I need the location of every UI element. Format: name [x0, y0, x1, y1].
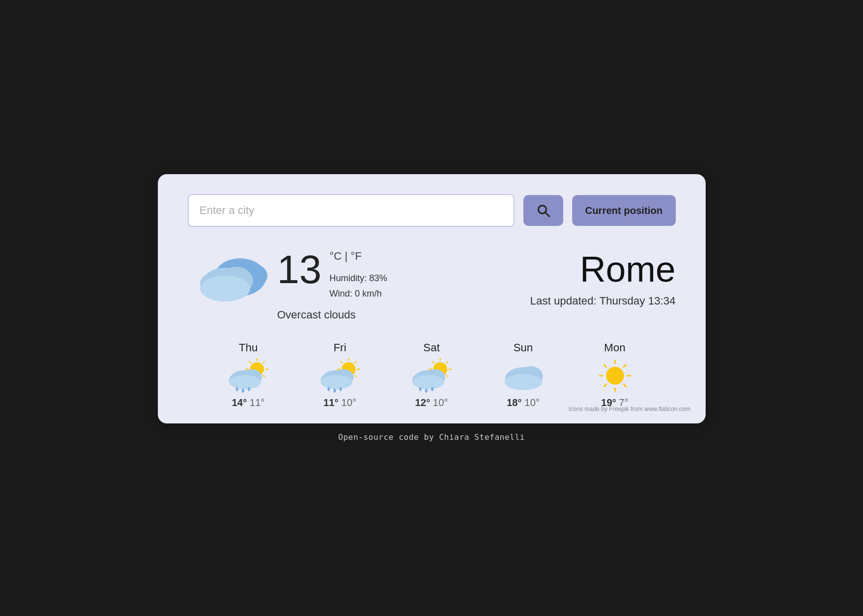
temperature-value: 13: [277, 250, 322, 290]
forecast-day-label: Thu: [239, 341, 258, 354]
svg-point-38: [327, 387, 330, 391]
forecast-thu-temps: 14° 11°: [232, 397, 264, 409]
svg-line-47: [446, 375, 448, 377]
svg-point-24: [247, 387, 250, 391]
city-name: Rome: [530, 250, 676, 289]
svg-line-48: [446, 361, 448, 363]
svg-point-39: [333, 389, 336, 393]
forecast-fri: Fri: [318, 341, 363, 409]
forecast-sat: Sat: [409, 341, 454, 409]
svg-line-32: [355, 361, 356, 363]
svg-line-30: [341, 361, 342, 363]
last-updated: Last updated: Thursday 13:34: [530, 295, 676, 308]
temperature-units: °C | °F: [329, 241, 362, 262]
svg-point-60: [504, 374, 542, 390]
humidity-value: Humidity: 83%: [329, 271, 387, 286]
app-container: Current position 13 °C | °F: [158, 174, 706, 423]
current-weather-icon: [188, 245, 277, 305]
svg-line-66: [604, 365, 606, 367]
forecast-fri-temps: 11° 10°: [323, 397, 356, 409]
wind-value: Wind: 0 km/h: [329, 286, 387, 302]
forecast-day-label: Mon: [604, 341, 625, 354]
svg-line-31: [355, 375, 356, 377]
city-info: Rome Last updated: Thursday 13:34: [530, 245, 676, 307]
svg-line-16: [263, 361, 264, 363]
forecast-day-label: Fri: [334, 341, 347, 354]
forecast-mon: Mon 19° 7°: [593, 341, 637, 409]
forecast-sun-icon: [501, 358, 546, 393]
city-input[interactable]: [188, 194, 514, 227]
svg-line-69: [604, 384, 606, 386]
search-button[interactable]: [523, 195, 563, 226]
svg-point-55: [425, 389, 427, 393]
temperature-area: 13 °C | °F Humidity: 83% Wind: 0 km/h Ov…: [277, 245, 387, 321]
svg-point-54: [419, 387, 421, 391]
svg-line-67: [623, 384, 625, 386]
forecast-sat-temps: 12° 10°: [415, 397, 448, 409]
forecast-thu-icon: [226, 358, 271, 393]
svg-point-53: [412, 375, 444, 389]
forecast-sat-icon: [409, 358, 454, 393]
svg-point-8: [200, 276, 250, 302]
svg-line-1: [545, 212, 549, 216]
svg-point-37: [321, 375, 353, 389]
forecast-row: Thu: [188, 341, 676, 409]
icon-attribution: Icons made by Freepik from www.flaticon.…: [569, 406, 691, 412]
search-row: Current position: [188, 194, 676, 227]
forecast-mon-icon: [593, 358, 637, 393]
svg-line-68: [623, 365, 625, 367]
svg-point-61: [606, 367, 624, 385]
svg-point-56: [431, 387, 433, 391]
weather-main: 13 °C | °F Humidity: 83% Wind: 0 km/h Ov…: [188, 245, 676, 321]
forecast-day-label: Sat: [423, 341, 440, 354]
forecast-thu: Thu: [226, 341, 271, 409]
forecast-sun-temps: 18° 10°: [506, 397, 539, 409]
current-position-button[interactable]: Current position: [572, 195, 676, 226]
svg-point-40: [339, 387, 342, 391]
svg-line-14: [249, 361, 250, 363]
search-icon: [536, 203, 551, 218]
forecast-sun: Sun 18° 10°: [501, 341, 546, 409]
svg-point-21: [229, 375, 261, 389]
forecast-fri-icon: [318, 358, 363, 393]
svg-line-15: [263, 375, 264, 377]
forecast-day-label: Sun: [513, 341, 533, 354]
svg-point-22: [236, 387, 238, 391]
oss-credit: Open-source code by Chiara Stefanelli: [338, 432, 525, 442]
svg-line-46: [432, 361, 434, 363]
svg-point-23: [242, 389, 244, 393]
weather-condition: Overcast clouds: [277, 308, 387, 321]
